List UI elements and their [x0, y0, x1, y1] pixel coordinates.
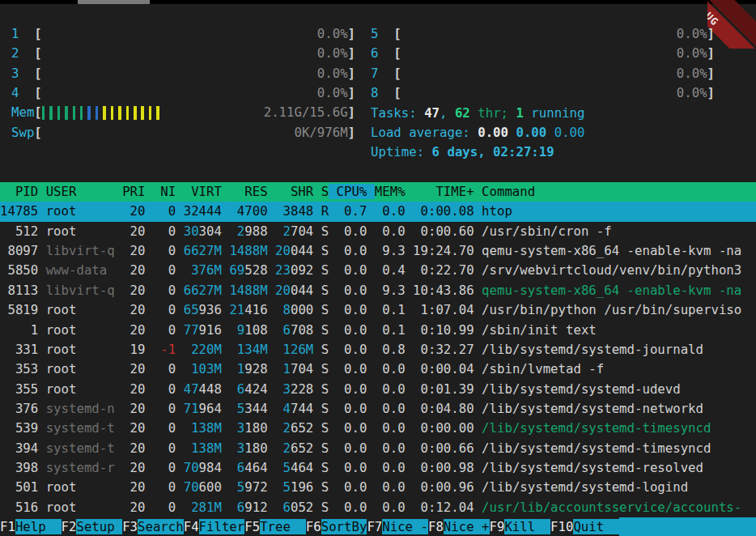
load-5min: 0.00 [516, 125, 554, 140]
load-average: Load average: 0.00 0.00 0.00 [371, 123, 584, 143]
process-row-1[interactable]: 1 root 20 0 77916 9108 6708 S 0.0 0.1 0:… [0, 321, 756, 340]
cpu-meter-7: 7 [ 0.0%] [371, 64, 715, 83]
fkey-action-label: Nice + [444, 519, 490, 534]
fkey-number: F5 [244, 519, 260, 534]
fkey-action-label: Search [138, 519, 184, 534]
fkey-f6-sortby[interactable]: F6SortBy [306, 517, 367, 536]
threads-count: 62 [455, 105, 470, 121]
process-row-5819[interactable]: 5819 root 20 0 65936 21416 8000 S 0.0 0.… [0, 300, 756, 320]
fkey-f7-nice-[interactable]: F7Nice - [367, 517, 428, 536]
fkey-f8-nice+[interactable]: F8Nice + [428, 517, 490, 536]
fkey-number: F7 [367, 519, 382, 534]
cpu-meter-3: 3 [ 0.0%] [11, 64, 355, 83]
process-row-394[interactable]: 394 systemd-t 20 0 138M 3180 2652 S 0.0 … [0, 439, 756, 458]
cpu-meter-5: 5 [ 0.0%] [371, 24, 715, 44]
fkey-f4-filter[interactable]: F4Filter [184, 517, 245, 536]
memory-meter: Mem[ 2.11G/15.6G] [11, 103, 355, 122]
process-row-8113[interactable]: 8113 libvirt-q 20 0 6627M 1488M 20044 S … [0, 281, 756, 300]
process-row-398[interactable]: 398 systemd-r 20 0 70984 6464 5464 S 0.0… [0, 458, 756, 478]
process-table: PID USER PRI NI VIRT RES SHR S CPU% MEM%… [0, 182, 756, 517]
tasks-summary: Tasks: 47, 62 thr; 1 running [371, 104, 584, 123]
fkey-action-label: Tree [260, 519, 306, 534]
uptime-value: 6 days, 02:27:19 [432, 144, 554, 160]
fkey-action-label: Help [15, 519, 62, 534]
fkey-action-label: Setup [76, 519, 122, 534]
column-header-res[interactable]: RES [222, 184, 268, 199]
cpu-meter-4: 4 [ 0.0%] [11, 83, 355, 103]
column-header-s[interactable]: S [313, 184, 329, 199]
fkey-action-label: SortBy [321, 519, 367, 534]
uptime-label: Uptime: [371, 144, 432, 160]
process-row-8097[interactable]: 8097 libvirt-q 20 0 6627M 1488M 20044 S … [0, 241, 756, 261]
fkey-f3-search[interactable]: F3Search [122, 517, 184, 536]
process-row-14785[interactable]: 14785 root 20 0 32444 4700 3848 R 0.7 0.… [0, 202, 756, 221]
fkey-f2-setup[interactable]: F2Setup [62, 517, 123, 536]
memory-usage-bars [42, 106, 164, 120]
cpu-meter-6: 6 [ 0.0%] [371, 44, 715, 63]
load-average-label: Load average: [371, 125, 478, 140]
fkey-action-label: Kill [504, 519, 550, 534]
load-1min: 0.00 [478, 125, 516, 140]
meters-left-column: 1 [ 0.0%]2 [ 0.0%]3 [ 0.0%]4 [ 0.0%]Mem[ [11, 24, 355, 143]
fkey-number: F6 [306, 519, 321, 534]
column-header-virt[interactable]: VIRT [176, 184, 222, 199]
process-row-501[interactable]: 501 root 20 0 70600 5972 5196 S 0.0 0.0 … [0, 478, 756, 497]
fkey-number: F8 [428, 519, 444, 534]
fkey-bar-filler [619, 517, 756, 536]
swap-meter: Swp[ 0K/976M] [11, 123, 355, 143]
cpu-meter-2: 2 [ 0.0%] [11, 44, 355, 63]
fkey-f1-help[interactable]: F1Help [0, 517, 62, 536]
running-label: running [524, 105, 585, 121]
fkey-f10-quit[interactable]: F10Quit [550, 517, 619, 536]
process-row-5850[interactable]: 5850 www-data 20 0 376M 69528 23092 S 0.… [0, 261, 756, 280]
column-header-cpu[interactable]: CPU% [329, 184, 375, 199]
process-row-516[interactable]: 516 root 20 0 281M 6912 6052 S 0.0 0.0 0… [0, 498, 756, 517]
top-strip-highlight [78, 0, 150, 4]
tasks-label: Tasks: [371, 105, 424, 121]
fkey-f5-tree[interactable]: F5Tree [244, 517, 306, 536]
cpu-meter-1: 1 [ 0.0%] [11, 24, 355, 44]
column-header-ni[interactable]: NI [145, 184, 176, 199]
column-header-mem[interactable]: MEM% [375, 184, 406, 199]
tasks-separator: , [440, 105, 455, 121]
status-column: Tasks: 47, 62 thr; 1 running Load averag… [371, 104, 584, 163]
meters-right-column: 5 [ 0.0%]6 [ 0.0%]7 [ 0.0%]8 [ 0.0%] [371, 24, 715, 103]
running-count: 1 [516, 105, 523, 121]
uptime: Uptime: 6 days, 02:27:19 [371, 143, 584, 162]
threads-label: thr; [470, 105, 516, 121]
column-header-pid[interactable]: PID [0, 184, 38, 199]
process-row-355[interactable]: 355 root 20 0 47448 6424 3228 S 0.0 0.0 … [0, 380, 756, 399]
fkey-number: F1 [0, 519, 15, 534]
process-row-353[interactable]: 353 root 20 0 103M 1928 1704 S 0.0 0.0 0… [0, 359, 756, 379]
process-row-539[interactable]: 539 systemd-t 20 0 138M 3180 2652 S 0.0 … [0, 419, 756, 438]
fkey-number: F9 [490, 519, 505, 534]
table-header-row: PID USER PRI NI VIRT RES SHR S CPU% MEM%… [0, 182, 756, 202]
fkey-number: F2 [62, 519, 77, 534]
tasks-count: 47 [424, 105, 440, 121]
cpu-meter-8: 8 [ 0.0%] [371, 83, 715, 103]
fkey-action-label: Quit [573, 519, 619, 534]
fkey-number: F4 [184, 519, 199, 534]
column-header-user[interactable]: USER [38, 184, 114, 199]
function-key-bar: F1Help F2Setup F3SearchF4FilterF5Tree F6… [0, 517, 756, 536]
process-row-376[interactable]: 376 systemd-n 20 0 71964 5344 4744 S 0.0… [0, 399, 756, 419]
column-header-pri[interactable]: PRI [115, 184, 146, 199]
fkey-action-label: Nice - [382, 519, 428, 534]
process-row-512[interactable]: 512 root 20 0 30304 2988 2704 S 0.0 0.0 … [0, 222, 756, 241]
process-row-331[interactable]: 331 root 19 -1 220M 134M 126M S 0.0 0.8 … [0, 340, 756, 359]
column-header-command[interactable]: Command [474, 184, 536, 199]
fkey-number: F3 [122, 519, 138, 534]
fkey-number: F10 [550, 519, 573, 534]
htop-terminal: UG 1 [ 0.0%]2 [ 0.0%]3 [ 0.0%]4 [ 0.0%]M… [0, 0, 756, 536]
column-header-time[interactable]: TIME+ [406, 184, 474, 199]
load-15min: 0.00 [554, 125, 585, 140]
fkey-action-label: Filter [199, 519, 245, 534]
fkey-f9-kill[interactable]: F9Kill [490, 517, 551, 536]
column-header-shr[interactable]: SHR [268, 184, 314, 199]
